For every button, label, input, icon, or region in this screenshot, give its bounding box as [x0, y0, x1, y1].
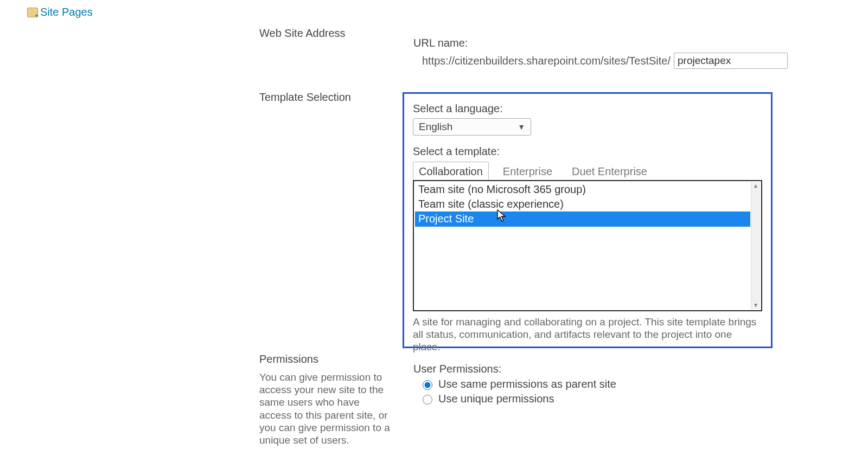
radio-same-permissions[interactable]: Use same permissions as parent site — [420, 378, 616, 390]
pages-folder-icon — [27, 8, 38, 17]
url-name-input[interactable] — [674, 53, 788, 69]
permissions-description: You can give permission to access your n… — [259, 371, 394, 446]
radio-unique-permissions-label: Use unique permissions — [438, 393, 554, 405]
template-description: A site for managing and collaborating on… — [413, 316, 762, 354]
select-template-label: Select a template: — [413, 145, 762, 158]
url-prefix: https://citizenbuilders.sharepoint.com/s… — [422, 55, 671, 67]
language-selected: English — [419, 121, 452, 133]
section-template-selection: Template Selection — [259, 91, 351, 104]
template-option-team-classic[interactable]: Team site (classic experience) — [415, 197, 750, 211]
template-selection-highlight: Select a language: English ▼ Select a te… — [403, 92, 773, 348]
template-option-team-no-group[interactable]: Team site (no Microsoft 365 group) — [415, 182, 750, 197]
language-select[interactable]: English ▼ — [413, 118, 531, 136]
template-listbox[interactable]: Team site (no Microsoft 365 group) Team … — [413, 180, 762, 311]
section-permissions: Permissions — [259, 353, 318, 366]
radio-same-permissions-input[interactable] — [423, 380, 432, 390]
url-name-label: URL name: — [413, 37, 468, 49]
url-row: https://citizenbuilders.sharepoint.com/s… — [422, 53, 788, 69]
select-language-label: Select a language: — [413, 102, 762, 115]
tab-duet-enterprise[interactable]: Duet Enterprise — [566, 162, 653, 180]
nav-site-pages-link[interactable]: Site Pages — [40, 6, 93, 18]
template-tabs: Collaboration Enterprise Duet Enterprise — [413, 161, 762, 180]
user-permissions-label: User Permissions: — [413, 363, 501, 375]
section-web-site-address: Web Site Address — [259, 27, 346, 40]
tab-collaboration[interactable]: Collaboration — [413, 162, 489, 181]
radio-same-permissions-label: Use same permissions as parent site — [438, 378, 616, 390]
nav-site-pages[interactable]: Site Pages — [27, 6, 93, 18]
template-option-project-site[interactable]: Project Site — [415, 211, 750, 226]
scroll-down-icon[interactable]: ▼ — [751, 302, 760, 309]
scroll-up-icon[interactable]: ▲ — [751, 182, 760, 190]
radio-unique-permissions-input[interactable] — [423, 395, 432, 405]
radio-unique-permissions[interactable]: Use unique permissions — [420, 393, 616, 405]
template-list-scrollbar[interactable]: ▲ ▼ — [751, 182, 760, 309]
tab-enterprise[interactable]: Enterprise — [497, 162, 558, 180]
chevron-down-icon: ▼ — [518, 123, 525, 131]
user-permissions-group: Use same permissions as parent site Use … — [420, 378, 616, 407]
